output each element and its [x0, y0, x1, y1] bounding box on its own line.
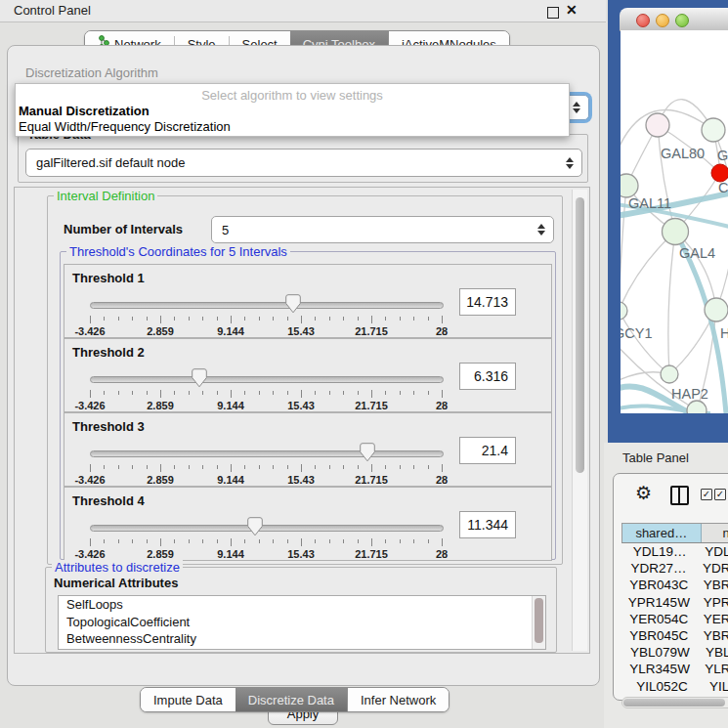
table-row[interactable]: YBL079WYBL0 — [621, 644, 728, 661]
close-icon[interactable]: ✕ — [566, 2, 578, 18]
network-view[interactable]: GAL80 GA GAL11 C GAL4 GCY1 H HAP2 — [621, 30, 728, 413]
threshold-value-field[interactable]: 6.316 — [459, 363, 516, 390]
threshold-3-box: Threshold 3 -3.4262.8599.14415.4321.7152… — [64, 412, 552, 487]
table-cell[interactable]: YBR043C — [621, 578, 697, 592]
node-gal80[interactable] — [646, 113, 669, 137]
table-cell[interactable]: YBR0 — [697, 628, 728, 643]
checkbox-icon[interactable]: ✓ — [714, 489, 726, 500]
table-cell[interactable]: YDL1 — [698, 544, 728, 559]
app-root: Control Panel ✕ Network Style Select Cyn… — [0, 0, 728, 728]
threshold-4-slider[interactable]: -3.4262.8599.14415.4321.71528 — [90, 515, 442, 554]
mac-close-icon[interactable] — [636, 14, 650, 27]
tab-discretize-data[interactable]: Discretize Data — [236, 688, 347, 711]
threshold-label: Threshold 4 — [72, 493, 145, 508]
table-cell[interactable]: YER054C — [621, 612, 697, 626]
slider-track[interactable] — [90, 525, 444, 532]
slider-handle[interactable] — [247, 517, 263, 536]
node-h[interactable] — [705, 298, 728, 321]
float-window-icon[interactable] — [547, 7, 559, 19]
list-scrollbar[interactable] — [532, 596, 545, 649]
table-row[interactable]: YLR345WYLR3 — [621, 661, 728, 677]
node-label: GAL4 — [679, 245, 715, 261]
slider-track[interactable] — [90, 376, 444, 383]
vertical-scrollbar[interactable] — [572, 190, 587, 651]
slider-handle[interactable] — [192, 368, 207, 388]
table-cell[interactable]: YPR145W — [621, 595, 697, 610]
tab-impute-data[interactable]: Impute Data — [141, 688, 236, 711]
table-cell[interactable]: YBL079W — [621, 645, 699, 660]
table-panel: Table Panel ⚙ ✓ ✓ shared… na YDL19…YDL1Y… — [604, 443, 728, 728]
slider-track[interactable] — [90, 302, 444, 309]
table-panel-inner: ⚙ ✓ ✓ shared… na YDL19…YDL1YDR27…YDR2YBR… — [613, 473, 728, 701]
table-cell[interactable]: YER0 — [697, 612, 728, 626]
tab-label: Infer Network — [361, 693, 436, 707]
slider-ticks — [90, 464, 442, 473]
node-hap2[interactable] — [661, 365, 678, 383]
node-partial[interactable] — [687, 401, 707, 413]
node-gal11[interactable] — [621, 174, 638, 197]
table-cell[interactable]: YBR045C — [621, 628, 697, 643]
table-cell[interactable]: YDL19… — [621, 544, 698, 559]
table-row[interactable]: YDL19…YDL1 — [621, 543, 728, 560]
table-row[interactable]: YBR043CYBR0 — [621, 577, 728, 593]
vertical-scrollbar-thumb[interactable] — [576, 197, 584, 473]
table-cell[interactable]: YPR1 — [697, 595, 728, 610]
table-cell[interactable]: YIL052C — [621, 679, 703, 694]
table-row[interactable]: YIL052CYIL0 — [621, 678, 728, 695]
cyni-toolbox-panel: Discretization Algorithm Select algorith… — [7, 45, 600, 686]
table-cell[interactable]: YIL0 — [703, 679, 728, 694]
list-scrollbar-thumb[interactable] — [535, 598, 543, 643]
slider-handle[interactable] — [285, 294, 301, 314]
table-row[interactable]: YBR045CYBR0 — [621, 627, 728, 644]
table-cell[interactable]: YDR2 — [696, 561, 728, 576]
node-label: GA — [717, 148, 728, 163]
attribute-item[interactable]: SelfLoops — [59, 596, 545, 614]
threshold-2-slider[interactable]: -3.4262.8599.14415.4321.71528 — [90, 366, 442, 406]
slider-handle[interactable] — [360, 443, 375, 462]
dropdown-prompt: Select algorithm to view settings — [16, 88, 569, 103]
combo-arrows-icon — [566, 157, 574, 169]
gear-icon[interactable]: ⚙ — [635, 484, 652, 502]
threshold-1-slider[interactable]: -3.4262.8599.14415.4321.71528 — [90, 292, 442, 331]
mac-zoom-icon[interactable] — [675, 14, 689, 27]
numerical-attributes-list[interactable]: SelfLoopsTopologicalCoefficientBetweenne… — [58, 595, 546, 650]
column-header-name[interactable]: na — [702, 524, 728, 542]
horizontal-scrollbar[interactable] — [621, 697, 728, 708]
node-label: C — [718, 180, 728, 195]
algorithm-dropdown-popup: Select algorithm to view settings Manual… — [15, 83, 570, 137]
attribute-item[interactable]: BetweennessCentrality — [59, 630, 545, 648]
table-cell[interactable]: YLR3 — [698, 662, 728, 676]
mac-minimize-icon[interactable] — [656, 14, 669, 27]
dropdown-option-equal-width[interactable]: Equal Width/Frequency Discretization — [19, 119, 231, 134]
horizontal-scrollbar-thumb[interactable] — [623, 699, 725, 707]
table-cell[interactable]: YDR27… — [621, 561, 696, 576]
dropdown-option-manual[interactable]: Manual Discretization — [19, 104, 150, 118]
column-layout-icon[interactable] — [670, 486, 689, 505]
checkbox-icon[interactable]: ✓ — [701, 489, 712, 500]
table-row[interactable]: YER054CYER0 — [621, 611, 728, 627]
node-label: HAP2 — [671, 386, 708, 402]
tab-infer-network[interactable]: Infer Network — [347, 688, 449, 711]
threshold-coordinates-title: Threshold's Coordinates for 5 Intervals — [66, 244, 290, 259]
number-of-intervals-value: 5 — [212, 223, 229, 237]
network-window-titlebar[interactable] — [620, 8, 728, 31]
table-cell[interactable]: YBL0 — [699, 645, 728, 660]
number-of-intervals-combobox[interactable]: 5 — [211, 216, 554, 243]
threshold-value-field[interactable]: 21.4 — [459, 437, 516, 464]
threshold-value-field[interactable]: 14.713 — [459, 288, 516, 316]
attribute-item[interactable]: TopologicalCoefficient — [59, 614, 545, 631]
slider-track[interactable] — [90, 450, 444, 457]
table-row[interactable]: YDR27…YDR2 — [621, 560, 728, 577]
table-data-combobox[interactable]: galFiltered.sif default node — [25, 149, 582, 177]
node-gcy1[interactable] — [621, 302, 627, 320]
bottom-tabbar: Impute Data Discretize Data Infer Networ… — [140, 687, 450, 712]
threshold-value-field[interactable]: 11.344 — [459, 511, 516, 538]
table-cell[interactable]: YLR345W — [621, 662, 698, 676]
threshold-3-slider[interactable]: -3.4262.8599.14415.4321.71528 — [90, 441, 442, 480]
tab-label: Discretize Data — [248, 693, 334, 707]
node-gal4[interactable] — [663, 219, 689, 245]
node-ga[interactable] — [702, 118, 725, 142]
column-header-shared-name[interactable]: shared… — [622, 524, 702, 542]
table-row[interactable]: YPR145WYPR1 — [621, 594, 728, 611]
table-cell[interactable]: YBR0 — [697, 578, 728, 592]
